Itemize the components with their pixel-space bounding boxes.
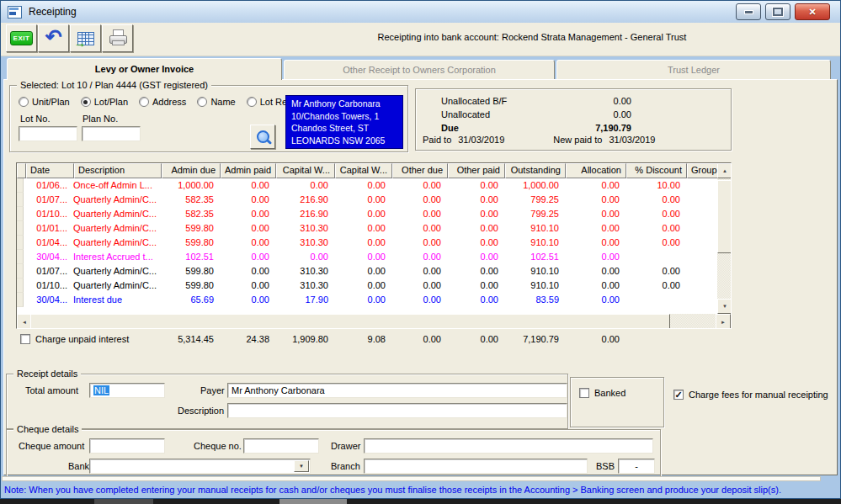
banked-group: Banked xyxy=(570,377,664,427)
total-amount-input[interactable]: NIL xyxy=(89,383,165,398)
close-button[interactable]: ✕ xyxy=(795,3,830,20)
grid-row-5[interactable]: 30/04...Interest Accrued t...102.510.000… xyxy=(17,250,717,264)
cheque-no-input[interactable] xyxy=(243,438,319,454)
row-selector[interactable] xyxy=(17,250,24,264)
vertical-scrollbar[interactable]: ▲ ▼ xyxy=(717,163,731,314)
print-button[interactable] xyxy=(102,24,133,52)
receipting-window: Receipting ✕ EXIT ↶ → Receipting into ba… xyxy=(0,0,841,504)
tab-levy-or-owner-invoice[interactable]: Levy or Owner Invoice xyxy=(7,58,282,80)
printer-icon xyxy=(109,32,126,45)
radio-label: Name xyxy=(210,97,235,107)
tab-trust-ledger[interactable]: Trust Ledger xyxy=(556,60,831,79)
row-selector[interactable] xyxy=(17,207,24,221)
grid-header: DateDescriptionAdmin dueAdmin paidCapita… xyxy=(17,163,717,178)
row-selector[interactable] xyxy=(17,221,24,236)
scroll-down-button[interactable]: ▼ xyxy=(717,299,732,314)
banked-checkbox[interactable] xyxy=(579,388,589,398)
grid-column-outstanding[interactable]: Outstanding xyxy=(505,163,566,178)
title-bar[interactable]: Receipting ✕ xyxy=(1,1,840,23)
grid-column-admin-paid[interactable]: Admin paid xyxy=(221,163,276,178)
charge-unpaid-interest-checkbox[interactable] xyxy=(20,334,30,344)
total-value-4: 0.00 xyxy=(390,334,445,344)
radio-lot-ref[interactable]: Lot Ref xyxy=(247,97,290,107)
exit-button[interactable]: EXIT xyxy=(6,24,37,52)
undo-button[interactable]: ↶ xyxy=(38,24,69,52)
bank-dropdown-button[interactable]: ▼ xyxy=(294,460,309,472)
radio-label: Address xyxy=(152,97,186,107)
total-amount-label: Total amount xyxy=(25,385,78,395)
grid-row-7[interactable]: 01/10...Quarterly Admin/C...599.800.0031… xyxy=(17,279,717,293)
radio-address[interactable]: Address xyxy=(139,97,186,107)
grid-column-capital-w[interactable]: Capital W... xyxy=(276,163,335,178)
grid-column-other-paid[interactable]: Other paid xyxy=(448,163,505,178)
drawer-input[interactable] xyxy=(364,438,653,454)
charge-fees-checkbox[interactable]: ✓ xyxy=(673,390,684,400)
total-amount-selected-text: NIL xyxy=(93,385,109,395)
row-selector[interactable] xyxy=(17,193,24,207)
lot-no-input[interactable] xyxy=(19,126,77,141)
grid-row-4[interactable]: 01/04...Quarterly Admin/C...599.800.0031… xyxy=(17,236,717,250)
tab-other-receipt-to-owners-corporation[interactable]: Other Receipt to Owners Corporation xyxy=(284,60,555,79)
row-selector[interactable] xyxy=(17,264,24,279)
bsb-input[interactable]: - xyxy=(618,459,655,474)
radio-lot-plan[interactable]: Lot/Plan xyxy=(81,97,128,107)
charge-unpaid-interest-label: Charge unpaid interest xyxy=(35,334,129,344)
drawer-label: Drawer xyxy=(331,441,360,451)
taskbar-strip xyxy=(0,499,841,504)
grid-column-description[interactable]: Description xyxy=(74,163,162,178)
grid-column-admin-due[interactable]: Admin due xyxy=(162,163,221,178)
branch-input[interactable] xyxy=(364,459,588,474)
grid-column-discount[interactable]: % Discount xyxy=(626,163,687,178)
grid-column-date[interactable]: Date xyxy=(26,163,74,178)
bank-select[interactable]: ▼ xyxy=(89,459,311,474)
minimize-icon xyxy=(744,10,753,14)
search-button[interactable] xyxy=(250,125,275,149)
total-value-3: 9.08 xyxy=(333,334,390,344)
receipt-details-group: Receipt details Total amount NIL Payer M… xyxy=(6,374,568,429)
receipt-batch-button[interactable]: → xyxy=(70,24,101,52)
summary-label: Unallocated xyxy=(441,108,567,121)
summary-panel: Unallocated B/F0.00Unallocated0.00Due7,1… xyxy=(415,88,732,151)
scroll-up-button[interactable]: ▲ xyxy=(717,163,732,178)
grid-column-allocation[interactable]: Allocation xyxy=(566,163,626,178)
vertical-scroll-thumb[interactable] xyxy=(717,180,732,253)
cheque-details-legend: Cheque details xyxy=(13,424,82,434)
paid-to-value: 31/03/2019 xyxy=(458,135,504,145)
summary-row: Unallocated B/F0.00 xyxy=(416,94,731,108)
cheque-amount-input[interactable] xyxy=(89,438,165,454)
horizontal-scroll-thumb[interactable] xyxy=(30,314,670,329)
radio-name[interactable]: Name xyxy=(197,97,235,107)
row-selector[interactable] xyxy=(17,178,24,193)
grid-row-8[interactable]: 30/04...Interest due65.690.0017.900.000.… xyxy=(17,293,717,307)
grid-column-group[interactable]: Group xyxy=(687,163,717,178)
total-value-2: 1,909.80 xyxy=(274,334,333,344)
row-selector[interactable] xyxy=(17,279,24,293)
radio-unit-plan[interactable]: Unit/Plan xyxy=(19,97,70,107)
row-selector[interactable] xyxy=(17,293,24,307)
payer-input[interactable]: Mr Anthony Carbonara xyxy=(227,383,567,398)
grid-row-2[interactable]: 01/10...Quarterly Admin/C...582.350.0021… xyxy=(17,207,717,221)
scroll-right-button[interactable]: ► xyxy=(716,314,731,329)
radio-label: Unit/Plan xyxy=(32,97,70,107)
grid-column-capital-w[interactable]: Capital W... xyxy=(335,163,392,178)
charge-fees-label: Charge fees for manual receipting xyxy=(689,390,828,400)
horizontal-scrollbar[interactable]: ◄ ► xyxy=(17,314,731,328)
plan-no-label: Plan No. xyxy=(83,114,118,124)
summary-value: 0.00 xyxy=(567,94,631,108)
address-line: Chandos Street, ST xyxy=(291,122,397,135)
receipt-details-legend: Receipt details xyxy=(13,369,81,379)
grid-row-6[interactable]: 01/07...Quarterly Admin/C...599.800.0031… xyxy=(17,264,717,279)
grid-column-other-due[interactable]: Other due xyxy=(392,163,448,178)
chevron-down-icon: ▼ xyxy=(299,464,304,469)
description-input[interactable] xyxy=(227,403,567,418)
maximize-button[interactable] xyxy=(765,3,790,20)
summary-rows: Unallocated B/F0.00Unallocated0.00Due7,1… xyxy=(416,94,731,135)
plan-no-input[interactable] xyxy=(82,126,141,141)
row-selector[interactable] xyxy=(17,236,24,250)
green-arrow-icon: → xyxy=(74,36,86,50)
minimize-button[interactable] xyxy=(736,3,761,20)
grid-body: 01/06...Once-off Admin L...1,000.000.000… xyxy=(17,178,717,314)
grid-row-0[interactable]: 01/06...Once-off Admin L...1,000.000.000… xyxy=(17,178,717,193)
grid-row-3[interactable]: 01/01...Quarterly Admin/C...599.800.0031… xyxy=(17,221,717,236)
grid-row-1[interactable]: 01/07...Quarterly Admin/C...582.350.0021… xyxy=(17,193,717,207)
